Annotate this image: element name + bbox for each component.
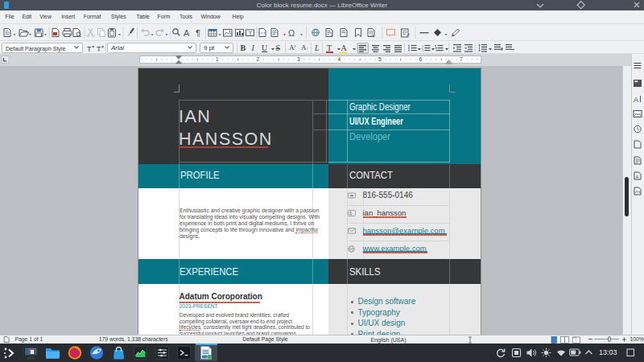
svg-text:A: A	[634, 96, 638, 104]
svg-text:A: A	[636, 175, 639, 179]
